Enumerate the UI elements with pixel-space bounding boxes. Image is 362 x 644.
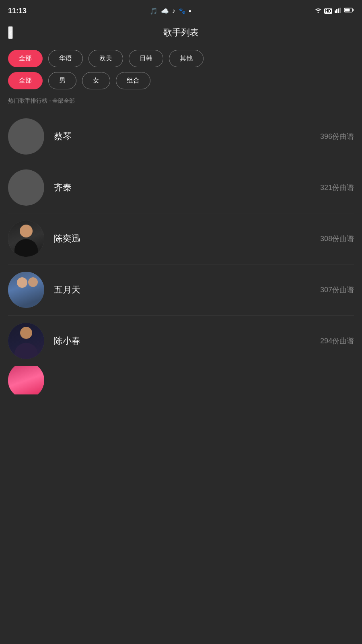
artist-name-1: 齐秦 bbox=[54, 182, 320, 194]
filter-region-0[interactable]: 全部 bbox=[8, 50, 43, 67]
page-title: 歌手列表 bbox=[163, 27, 199, 39]
artist-item-partial[interactable] bbox=[8, 366, 354, 394]
back-button[interactable]: ‹ bbox=[8, 26, 13, 39]
signal-icon bbox=[335, 7, 342, 14]
artist-item[interactable]: 齐秦321份曲谱 bbox=[8, 162, 354, 213]
filter-gender-1[interactable]: 男 bbox=[48, 72, 76, 89]
svg-rect-0 bbox=[335, 10, 336, 13]
hd-badge: HD bbox=[324, 8, 332, 14]
filter-gender-3[interactable]: 组合 bbox=[116, 72, 150, 89]
artist-avatar-4 bbox=[8, 323, 44, 359]
list-subtitle: 热门歌手排行榜 - 全部全部 bbox=[0, 94, 362, 111]
battery-icon bbox=[344, 7, 354, 14]
artist-item[interactable]: 蔡琴396份曲谱 bbox=[8, 111, 354, 162]
artist-name-2: 陈奕迅 bbox=[54, 233, 320, 245]
artist-avatar-1 bbox=[8, 169, 44, 206]
artist-count-2: 308份曲谱 bbox=[320, 234, 354, 244]
artist-name-4: 陈小春 bbox=[54, 335, 320, 347]
artist-count-0: 396份曲谱 bbox=[320, 132, 354, 141]
svg-rect-3 bbox=[339, 8, 341, 13]
filter-region-4[interactable]: 其他 bbox=[169, 50, 204, 67]
header: ‹ 歌手列表 bbox=[0, 20, 362, 45]
svg-rect-6 bbox=[353, 9, 354, 11]
artist-avatar-0 bbox=[8, 118, 44, 155]
app-icon-1: 🎵 bbox=[150, 7, 158, 15]
dot-indicator: ● bbox=[189, 8, 191, 14]
filter-region-1[interactable]: 华语 bbox=[48, 50, 83, 67]
app-icon-3: ♪ bbox=[172, 7, 175, 14]
artist-count-3: 307份曲谱 bbox=[320, 285, 354, 295]
svg-rect-1 bbox=[336, 9, 337, 13]
artist-item[interactable]: 陈小春294份曲谱 bbox=[8, 316, 354, 366]
artist-list: 蔡琴396份曲谱齐秦321份曲谱陈奕迅308份曲谱五月天307份曲谱陈小春294… bbox=[0, 111, 362, 394]
artist-name-0: 蔡琴 bbox=[54, 130, 320, 142]
status-time: 11:13 bbox=[8, 7, 27, 15]
artist-name-3: 五月天 bbox=[54, 284, 320, 296]
artist-avatar-3 bbox=[8, 272, 44, 308]
app-icon-2: ☁️ bbox=[161, 7, 169, 15]
svg-rect-5 bbox=[345, 9, 350, 12]
app-icon-4: 🐾 bbox=[179, 8, 185, 14]
status-right: HD bbox=[315, 7, 354, 14]
wifi-icon bbox=[315, 7, 322, 14]
artist-count-1: 321份曲谱 bbox=[320, 183, 354, 192]
filter-gender-2[interactable]: 女 bbox=[82, 72, 110, 89]
status-bar: 11:13 🎵 ☁️ ♪ 🐾 ● HD bbox=[0, 0, 362, 20]
filter-region-2[interactable]: 欧美 bbox=[88, 50, 123, 67]
status-icons: 🎵 ☁️ ♪ 🐾 ● bbox=[150, 7, 191, 15]
artist-avatar-2 bbox=[8, 221, 44, 257]
svg-rect-2 bbox=[338, 8, 339, 13]
filter-row-2: 全部男女组合 bbox=[0, 72, 362, 94]
artist-item[interactable]: 陈奕迅308份曲谱 bbox=[8, 213, 354, 264]
filter-region-3[interactable]: 日韩 bbox=[129, 50, 163, 67]
filter-row-1: 全部华语欧美日韩其他 bbox=[0, 45, 362, 72]
artist-count-4: 294份曲谱 bbox=[320, 336, 354, 346]
artist-item[interactable]: 五月天307份曲谱 bbox=[8, 264, 354, 315]
filter-gender-0[interactable]: 全部 bbox=[8, 72, 43, 89]
